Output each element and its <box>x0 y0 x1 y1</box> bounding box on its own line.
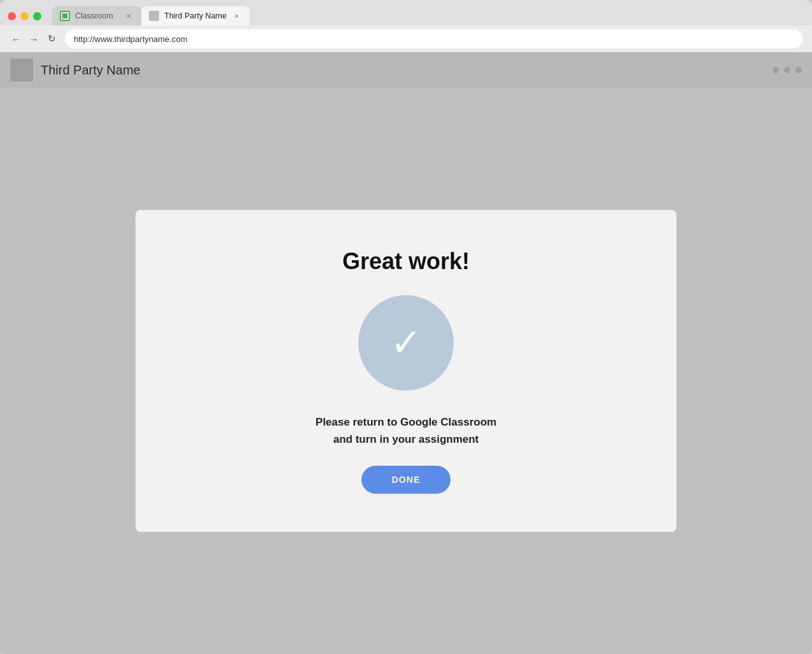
address-bar-input[interactable] <box>65 29 803 48</box>
card-title: Great work! <box>342 248 470 275</box>
tab-classroom-close[interactable]: × <box>123 11 134 21</box>
header-dot-1 <box>773 67 779 73</box>
reload-button[interactable]: ↻ <box>45 32 59 46</box>
tab-classroom[interactable]: Classroom × <box>52 6 141 25</box>
tab-thirdparty[interactable]: Third Party Name × <box>141 6 249 25</box>
title-bar: Classroom × Third Party Name × <box>0 0 812 25</box>
traffic-lights <box>8 8 52 24</box>
card-message-line1: Please return to Google Classroom <box>316 416 496 428</box>
site-title: Third Party Name <box>41 63 141 78</box>
nav-buttons: ← → ↻ <box>9 32 59 46</box>
tabs-row: Classroom × Third Party Name × <box>52 6 804 25</box>
tab-classroom-label: Classroom <box>75 11 118 20</box>
address-bar-row: ← → ↻ <box>0 25 812 52</box>
completion-card: Great work! ✓ Please return to Google Cl… <box>136 210 676 532</box>
tab-thirdparty-close[interactable]: × <box>232 11 242 21</box>
card-message-line2: and turn in your assignment <box>333 433 479 445</box>
done-button[interactable]: DONE <box>361 466 451 494</box>
header-dots <box>773 67 802 73</box>
traffic-light-fullscreen[interactable] <box>33 12 41 20</box>
classroom-favicon <box>60 11 70 21</box>
forward-button[interactable]: → <box>27 32 41 46</box>
thirdparty-favicon <box>149 11 159 21</box>
card-message: Please return to Google Classroom and tu… <box>316 414 496 448</box>
page-content: Great work! ✓ Please return to Google Cl… <box>0 88 812 654</box>
header-dot-3 <box>795 67 802 73</box>
traffic-light-close[interactable] <box>8 12 16 20</box>
site-logo <box>10 59 33 81</box>
traffic-light-minimize[interactable] <box>20 12 29 20</box>
back-button[interactable]: ← <box>9 32 23 46</box>
browser-frame: Classroom × Third Party Name × ← → ↻ Thi <box>0 0 812 654</box>
tab-thirdparty-label: Third Party Name <box>164 11 227 20</box>
check-circle: ✓ <box>358 295 454 391</box>
classroom-icon <box>61 12 69 20</box>
header-dot-2 <box>784 67 790 73</box>
website-header: Third Party Name <box>0 52 812 88</box>
website-header-left: Third Party Name <box>10 59 141 81</box>
checkmark-icon: ✓ <box>390 324 422 362</box>
